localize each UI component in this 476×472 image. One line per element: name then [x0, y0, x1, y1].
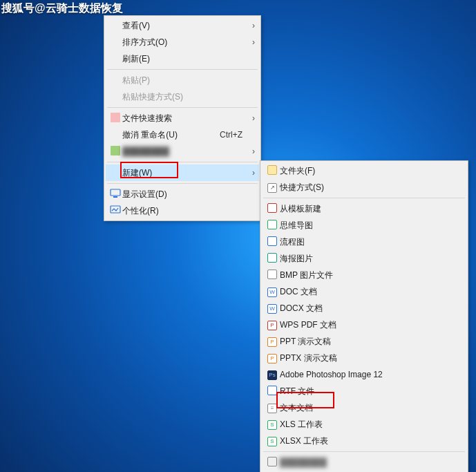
separator: [107, 69, 258, 70]
template-icon: [265, 203, 280, 214]
menu-new-label: 新建(W): [122, 167, 248, 179]
submenu-pptx-label: PPTX 演示文稿: [280, 352, 462, 364]
submenu-shortcut[interactable]: ↗ 快捷方式(S): [262, 179, 466, 196]
submenu-from-template-label: 从模板新建: [280, 203, 462, 215]
app-icon: [108, 113, 122, 124]
separator: [107, 162, 258, 162]
mindmap-icon: [265, 220, 280, 231]
personalize-icon: [108, 205, 122, 216]
menu-personalize-label: 个性化(R): [122, 205, 248, 217]
submenu-mindmap[interactable]: 思维导图: [262, 217, 466, 234]
submenu-ppt-label: PPT 演示文稿: [280, 336, 462, 348]
menu-sort[interactable]: 排序方式(O) ›: [106, 34, 259, 50]
submenu-flowchart[interactable]: 流程图: [262, 234, 466, 250]
watermark-prefix: 搜狐号: [1, 2, 35, 14]
watermark-author: 云骑士数据恢复: [46, 2, 123, 14]
submenu-rtf[interactable]: RTF 文件: [262, 383, 466, 399]
svg-rect-1: [113, 196, 117, 198]
submenu-blurred-label: ████████: [280, 457, 462, 467]
menu-paste: 粘贴(P): [106, 72, 259, 88]
submenu-docx[interactable]: W DOCX 文档: [262, 300, 466, 317]
menu-undo-rename[interactable]: 撤消 重命名(U) Ctrl+Z: [106, 126, 259, 143]
menu-paste-shortcut: 粘贴快捷方式(S): [106, 88, 259, 105]
submenu-doc[interactable]: W DOC 文档: [262, 283, 466, 300]
submenu-bmp-label: BMP 图片文件: [280, 270, 462, 281]
submenu-poster[interactable]: 海报图片: [262, 250, 466, 267]
chevron-right-icon: ›: [248, 37, 255, 47]
menu-refresh-label: 刷新(E): [122, 53, 248, 65]
submenu-bmp[interactable]: BMP 图片文件: [262, 267, 466, 283]
submenu-doc-label: DOC 文档: [280, 286, 462, 298]
xlsx-icon: S: [265, 436, 280, 446]
txt-icon: ≡: [265, 403, 280, 413]
menu-blurred-item[interactable]: ████████ ›: [106, 143, 259, 160]
desktop-context-menu: 查看(V) › 排序方式(O) › 刷新(E) 粘贴(P) 粘贴快捷方式(S): [104, 15, 261, 221]
menu-display-settings-label: 显示设置(D): [122, 189, 248, 200]
submenu-poster-label: 海报图片: [280, 253, 462, 265]
submenu-pptx[interactable]: P PPTX 演示文稿: [262, 350, 466, 366]
submenu-flowchart-label: 流程图: [280, 236, 462, 248]
separator: [263, 198, 465, 198]
menu-personalize[interactable]: 个性化(R): [106, 202, 259, 219]
menu-display-settings[interactable]: 显示设置(D): [106, 186, 259, 202]
new-submenu: 文件夹(F) ↗ 快捷方式(S) 从模板新建 思维导图 流程图 海报图片 BMP…: [260, 160, 468, 472]
menu-quick-search[interactable]: 文件快速搜索 ›: [106, 110, 259, 126]
ppt-icon: P: [265, 337, 280, 347]
submenu-xls-label: XLS 工作表: [280, 419, 462, 431]
submenu-wpspdf[interactable]: P WPS PDF 文档: [262, 317, 466, 333]
menu-blurred-label: ████████: [122, 147, 248, 156]
submenu-ppt[interactable]: P PPT 演示文稿: [262, 333, 466, 350]
submenu-mindmap-label: 思维导图: [280, 220, 462, 232]
xls-icon: S: [265, 419, 280, 430]
chevron-right-icon: ›: [248, 168, 255, 178]
separator: [263, 451, 465, 452]
submenu-txt-label: 文本文档: [280, 402, 462, 414]
submenu-psd-label: Adobe Photoshop Image 12: [280, 370, 462, 379]
menu-paste-shortcut-label: 粘贴快捷方式(S): [122, 91, 248, 103]
doc-icon: W: [265, 287, 280, 297]
menu-undo-rename-hint: Ctrl+Z: [220, 130, 248, 140]
menu-quick-search-label: 文件快速搜索: [122, 113, 248, 124]
submenu-blurred-item[interactable]: ████████: [262, 454, 466, 471]
folder-icon: [265, 165, 280, 176]
separator: [107, 107, 258, 108]
submenu-xlsx[interactable]: S XLSX 工作表: [262, 433, 466, 449]
chevron-right-icon: ›: [248, 113, 255, 123]
submenu-psd[interactable]: Ps Adobe Photoshop Image 12: [262, 366, 466, 383]
photoshop-icon: Ps: [265, 370, 280, 380]
chevron-right-icon: ›: [248, 147, 255, 156]
submenu-from-template[interactable]: 从模板新建: [262, 200, 466, 217]
display-settings-icon: [108, 189, 122, 200]
submenu-wpspdf-label: WPS PDF 文档: [280, 319, 462, 331]
watermark: 搜狐号@云骑士数据恢复: [1, 1, 123, 16]
submenu-folder-label: 文件夹(F): [280, 165, 462, 177]
separator: [107, 183, 258, 184]
shortcut-icon: ↗: [265, 182, 280, 193]
menu-view[interactable]: 查看(V) ›: [106, 17, 259, 34]
menu-paste-label: 粘贴(P): [122, 75, 248, 86]
submenu-xls[interactable]: S XLS 工作表: [262, 416, 466, 433]
desktop[interactable]: 搜狐号@云骑士数据恢复 查看(V) › 排序方式(O) › 刷新(E) 粘贴(P…: [0, 0, 476, 472]
svg-rect-2: [111, 206, 120, 213]
submenu-txt[interactable]: ≡ 文本文档: [262, 399, 466, 416]
menu-sort-label: 排序方式(O): [122, 37, 248, 48]
flowchart-icon: [265, 236, 280, 247]
submenu-docx-label: DOCX 文档: [280, 303, 462, 314]
app-icon: [108, 146, 122, 157]
chevron-right-icon: ›: [248, 21, 255, 30]
docx-icon: W: [265, 303, 280, 314]
submenu-folder[interactable]: 文件夹(F): [262, 162, 466, 179]
poster-icon: [265, 253, 280, 264]
svg-rect-0: [111, 189, 120, 196]
menu-undo-rename-label: 撤消 重命名(U): [122, 129, 220, 141]
bmp-icon: [265, 270, 280, 281]
pptx-icon: P: [265, 353, 280, 364]
rtf-icon: [265, 386, 280, 397]
menu-refresh[interactable]: 刷新(E): [106, 50, 259, 67]
menu-new[interactable]: 新建(W) ›: [106, 164, 259, 181]
watermark-at: @: [35, 2, 46, 14]
app-icon: [265, 457, 280, 468]
menu-view-label: 查看(V): [122, 20, 248, 32]
submenu-xlsx-label: XLSX 工作表: [280, 435, 462, 447]
submenu-rtf-label: RTF 文件: [280, 386, 462, 397]
